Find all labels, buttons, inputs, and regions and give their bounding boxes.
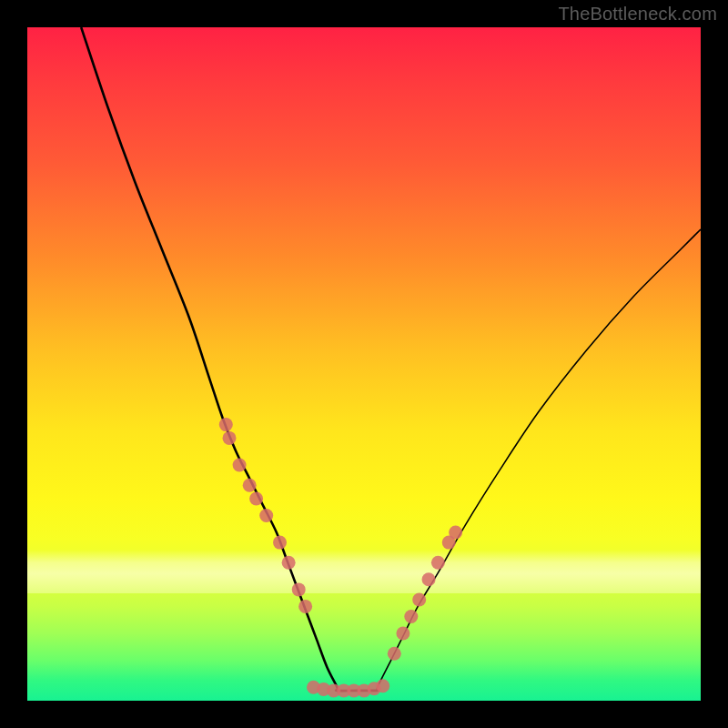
marker-dot [259,509,273,522]
chart-frame: TheBottleneck.com [0,0,728,728]
marker-dot [298,600,312,613]
marker-dot [282,556,296,570]
marker-dot [388,647,401,661]
plot-area [27,27,701,701]
left-curve [81,27,378,691]
marker-dot [422,572,436,586]
marker-dot [273,536,287,550]
right-curve [337,229,701,691]
marker-dot [376,679,389,693]
marker-dot [404,610,418,623]
marker-dot [223,431,237,445]
curve-paths [81,27,701,691]
marker-dot [449,526,462,540]
attribution-text: TheBottleneck.com [558,4,717,25]
marker-dot [396,627,410,641]
curve-markers [219,418,462,697]
marker-dot [219,418,233,431]
marker-dot [243,479,257,492]
marker-dot [233,459,247,472]
curve-layer [27,27,701,701]
marker-dot [412,593,426,607]
marker-dot [292,582,306,596]
marker-dot [249,492,263,506]
marker-dot [431,556,445,570]
